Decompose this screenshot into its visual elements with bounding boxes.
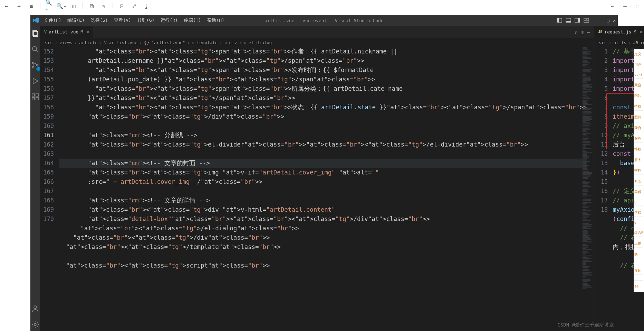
bc[interactable]: utils: [613, 40, 626, 45]
tab-modified: M: [80, 29, 83, 34]
bc[interactable]: div: [229, 40, 237, 45]
nav-back-icon[interactable]: ←: [3, 2, 10, 10]
expand-icon[interactable]: ⤢: [130, 2, 138, 10]
svg-line-12: [36, 50, 38, 52]
js-file-icon: JS: [633, 40, 638, 45]
bc[interactable]: views: [59, 40, 73, 45]
tab-close-icon[interactable]: ✕: [87, 30, 89, 34]
bc[interactable]: src: [45, 40, 53, 45]
tab-label: request.js: [604, 29, 631, 34]
svg-rect-17: [32, 94, 35, 96]
menu-file[interactable]: 文件(F): [41, 16, 64, 25]
layout-bottom-icon[interactable]: [566, 18, 571, 23]
tag-icon: ⟐: [244, 40, 247, 45]
brace-icon: {}: [144, 40, 149, 45]
maximize-icon[interactable]: ▢: [634, 2, 641, 10]
search-icon[interactable]: [30, 44, 40, 54]
bc[interactable]: template: [197, 40, 218, 45]
tab-bar-left: V artList.vue M ✕ ⇄ ◫ ⋯: [40, 26, 594, 38]
apps-icon[interactable]: ▦: [28, 2, 35, 10]
bc[interactable]: "artList.vue": [151, 40, 185, 45]
side-notes-panel: 定义用户v-bin聚合图片特权图片聚合服务特权服务季程10分季程0季程0聚合图王…: [634, 49, 644, 292]
vue-file-icon: V: [44, 30, 47, 34]
folder-icon[interactable]: ⧉: [88, 2, 95, 10]
win-close-icon[interactable]: ✕: [613, 18, 616, 23]
nav-forward-icon[interactable]: →: [15, 2, 23, 10]
menu-go[interactable]: 转到(G): [135, 16, 157, 25]
minimize-icon[interactable]: —: [621, 2, 629, 10]
compare-icon[interactable]: ⇄: [575, 29, 577, 35]
bc[interactable]: el-dialog: [249, 40, 272, 45]
svg-rect-19: [32, 98, 35, 100]
menu-help[interactable]: 帮助(H): [204, 16, 227, 25]
zoom-in-icon[interactable]: 🔍+: [45, 2, 53, 10]
bc[interactable]: src: [599, 40, 607, 45]
svg-rect-7: [587, 18, 589, 20]
layout-right-icon[interactable]: [575, 18, 580, 23]
breadcrumb-left[interactable]: src› views› article› VartList.vue› {}"ar…: [40, 38, 594, 47]
menu-selection[interactable]: 选择(S): [88, 16, 110, 25]
svg-point-13: [32, 62, 34, 64]
more-tab-icon[interactable]: ⋯: [587, 29, 590, 35]
bc[interactable]: request.js: [641, 40, 644, 45]
vue-file-icon: V: [104, 40, 107, 45]
menu-run[interactable]: 运行(R): [158, 16, 180, 25]
bc[interactable]: article: [79, 40, 97, 45]
activity-bar: 2: [30, 26, 40, 331]
code-area-left[interactable]: 1521531541551561571581591601611621631641…: [40, 47, 594, 331]
svg-rect-20: [36, 98, 38, 100]
menu-edit[interactable]: 编辑(E): [65, 16, 87, 25]
debug-icon[interactable]: [30, 76, 40, 86]
win-minimize-icon[interactable]: —: [601, 18, 604, 23]
svg-rect-6: [584, 18, 586, 20]
win-maximize-icon[interactable]: ▢: [607, 18, 609, 23]
download-icon[interactable]: ⭳: [143, 2, 150, 10]
browser-toolbar: ← → ▦ 🔍+ 🔍- ◫ ⧉ ✎ ⎘ ⤢ ⭳ ⋯ — ▢: [0, 0, 644, 12]
watermark: CSDN @爱你三千遍斯塔克: [557, 322, 614, 328]
line-gutter: 123456789101112131415161718: [594, 47, 613, 331]
tab-modified: M: [634, 29, 636, 34]
svg-marker-16: [33, 78, 38, 84]
account-icon[interactable]: [30, 304, 40, 313]
svg-rect-8: [584, 21, 589, 22]
svg-point-11: [32, 47, 37, 51]
menu-terminal[interactable]: 终端(T): [181, 16, 204, 25]
svg-point-21: [34, 306, 37, 309]
window-title: artList.vue - vue-event - Visual Studio …: [265, 18, 383, 23]
js-file-icon: JS: [598, 30, 602, 34]
fit-icon[interactable]: ◫: [70, 2, 78, 10]
split-icon[interactable]: ◫: [581, 29, 584, 35]
breadcrumb-right[interactable]: src› utils› JS request.js› [𝚘] baseURL: [594, 38, 644, 47]
bc[interactable]: artList.vue: [109, 40, 137, 45]
scm-icon[interactable]: 2: [30, 60, 40, 70]
vscode-logo-icon: [32, 17, 39, 24]
menu-bar[interactable]: 文件(F) 编辑(E) 选择(S) 查看(V) 转到(G) 运行(R) 终端(T…: [41, 16, 227, 25]
svg-rect-5: [578, 18, 580, 22]
tab-label: artList.vue: [49, 29, 78, 34]
layout-left-icon[interactable]: [557, 18, 562, 23]
minimap-left[interactable]: [583, 47, 593, 331]
menu-view[interactable]: 查看(V): [111, 16, 134, 25]
settings-icon[interactable]: [30, 320, 40, 329]
tab-bar-right: JS request.js M ✕: [594, 26, 644, 38]
layout-custom-icon[interactable]: [584, 18, 589, 23]
line-gutter: 1521531541551561571581591601611621631641…: [40, 47, 59, 331]
tag-icon: ⟐: [224, 40, 227, 45]
tab-request[interactable]: JS request.js M ✕: [594, 26, 644, 38]
copy-icon[interactable]: ⎘: [118, 2, 125, 10]
zoom-out-icon[interactable]: 🔍-: [58, 2, 65, 10]
svg-rect-3: [566, 21, 571, 22]
svg-point-14: [32, 67, 34, 68]
edit-icon[interactable]: ✎: [100, 2, 108, 10]
svg-rect-1: [557, 18, 559, 22]
tag-icon: ⟐: [192, 40, 195, 45]
vscode-window: 文件(F) 编辑(E) 选择(S) 查看(V) 转到(G) 运行(R) 终端(T…: [30, 15, 618, 331]
tab-artlist[interactable]: V artList.vue M ✕: [40, 26, 94, 38]
extensions-icon[interactable]: [30, 92, 40, 102]
explorer-icon[interactable]: [30, 29, 40, 38]
more-icon[interactable]: ⋯: [609, 2, 616, 10]
editor-left: V artList.vue M ✕ ⇄ ◫ ⋯ src› views› arti…: [40, 26, 594, 331]
svg-rect-18: [36, 94, 38, 96]
title-bar: 文件(F) 编辑(E) 选择(S) 查看(V) 转到(G) 运行(R) 终端(T…: [30, 15, 618, 26]
tab-close-icon[interactable]: ✕: [640, 30, 642, 34]
